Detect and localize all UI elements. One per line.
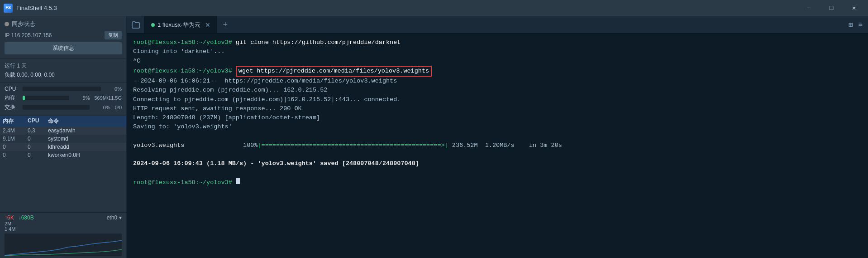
sync-label: 同步状态: [12, 20, 35, 28]
app-title: FinalShell 4.5.3: [16, 5, 57, 11]
memory-pct: 5%: [72, 95, 90, 101]
sysinfo-button[interactable]: 系统信息: [5, 42, 122, 54]
minimize-button[interactable]: −: [798, 2, 819, 15]
process-table: 内存 CPU 命令 2.4M 0.3 easydarwin 9.1M 0 sys…: [0, 116, 126, 212]
swap-metric-row: 交换 0% 0/0: [5, 103, 122, 111]
terminal-blank: [133, 169, 862, 178]
proc-header-cpu: CPU: [28, 117, 48, 125]
terminal-line: Connecting to pjreddie.com (pjreddie.com…: [133, 95, 862, 104]
terminal-line: 2024-09-06 16:09:43 (1.18 MB/s) - 'yolov…: [133, 159, 862, 168]
ip-address: IP 116.205.107.156: [5, 32, 52, 39]
metrics-section: CPU 0% 内存 5% 569M/11.5G 交换: [0, 83, 126, 116]
view-controls: ⊞ ≡: [843, 16, 868, 33]
tab-flexusx[interactable]: 1 flexusx-华为云 ✕: [145, 16, 217, 33]
terminal-progress-line: yolov3.weights 100%[====================…: [133, 141, 862, 150]
copy-ip-button[interactable]: 复制: [105, 31, 122, 39]
memory-label: 内存: [5, 94, 20, 102]
maximize-button[interactable]: □: [821, 2, 842, 15]
terminal-blank: [133, 132, 862, 141]
tab-close-icon[interactable]: ✕: [205, 21, 210, 29]
terminal-line: Resolving pjreddie.com (pjreddie.com)...…: [133, 86, 862, 95]
network-labels: 2M 1.4M: [5, 221, 122, 232]
terminal-line: ^C: [133, 57, 862, 66]
list-item: 0 0 kthreadd: [0, 143, 126, 151]
grid-view-button[interactable]: ⊞: [847, 19, 855, 30]
tabbar: 1 flexusx-华为云 ✕ + ⊞ ≡: [127, 16, 868, 34]
terminal-scroll: root@flexusx-1a58:~/yolov3# git clone ht…: [133, 38, 862, 253]
runtime-label: 运行 1 天: [5, 62, 122, 70]
cpu-pct: 0%: [104, 86, 122, 92]
tab-spacer: [234, 16, 843, 33]
terminal-cursor: [236, 178, 240, 184]
terminal-line: --2024-09-06 16:06:21-- https://pjreddie…: [133, 77, 862, 86]
memory-bar-bg: [23, 96, 69, 100]
net-download-speed: ↓680B: [19, 214, 34, 221]
runtime-section: 运行 1 天 负载 0.00, 0.00, 0.00: [0, 58, 126, 83]
terminal[interactable]: root@flexusx-1a58:~/yolov3# git clone ht…: [127, 34, 868, 258]
swap-label: 交换: [5, 103, 20, 111]
tab-label: 1 flexusx-华为云: [157, 21, 200, 29]
titlebar-left: FS FinalShell 4.5.3: [4, 4, 57, 13]
swap-pct: 0%: [92, 105, 110, 110]
list-item: 0 0 kworker/0:0H: [0, 151, 126, 159]
close-button[interactable]: ✕: [844, 2, 864, 15]
terminal-line: root@flexusx-1a58:~/yolov3# wget https:/…: [133, 66, 862, 77]
chevron-down-icon: ▾: [119, 214, 122, 221]
sync-status-dot: [5, 22, 9, 26]
terminal-prompt-line: root@flexusx-1a58:~/yolov3#: [133, 178, 862, 187]
proc-header-mem: 内存: [3, 117, 28, 125]
process-header: 内存 CPU 命令: [0, 116, 126, 127]
titlebar: FS FinalShell 4.5.3 − □ ✕: [0, 0, 868, 16]
network-interface[interactable]: eth0 ▾: [107, 214, 122, 221]
memory-extra: 569M/11.5G: [94, 95, 122, 101]
terminal-blank: [133, 150, 862, 159]
sidebar: 同步状态 IP 116.205.107.156 复制 系统信息 运行 1 天 负…: [0, 16, 127, 258]
cpu-bar-bg: [23, 87, 101, 91]
ip-row: IP 116.205.107.156 复制: [5, 31, 122, 39]
list-item: 9.1M 0 systemd: [0, 135, 126, 143]
load-label: 负载 0.00, 0.00, 0.00: [5, 71, 122, 79]
network-chart: [5, 234, 122, 256]
swap-extra: 0/0: [115, 105, 122, 110]
process-list: 2.4M 0.3 easydarwin 9.1M 0 systemd 0 0 k…: [0, 127, 126, 212]
main-layout: 同步状态 IP 116.205.107.156 复制 系统信息 运行 1 天 负…: [0, 16, 868, 258]
terminal-line: HTTP request sent, awaiting response... …: [133, 104, 862, 113]
titlebar-controls: − □ ✕: [798, 2, 864, 15]
folder-icon[interactable]: [127, 16, 145, 33]
network-speeds: ↑6K ↓680B: [5, 214, 34, 221]
net-upload-speed: ↑6K: [5, 214, 14, 221]
terminal-line: Length: 248007048 (237M) [application/oc…: [133, 113, 862, 122]
list-view-button[interactable]: ≡: [856, 20, 864, 30]
memory-metric-row: 内存 5% 569M/11.5G: [5, 94, 122, 102]
cpu-label: CPU: [5, 86, 20, 92]
cpu-metric-row: CPU 0%: [5, 86, 122, 92]
highlighted-command: wget https://pjreddie.com/media/files/yo…: [236, 66, 432, 77]
terminal-line: Cloning into 'darknet'...: [133, 47, 862, 56]
network-row: ↑6K ↓680B eth0 ▾: [5, 214, 122, 221]
proc-header-cmd: 命令: [48, 117, 124, 125]
memory-bar-fill: [23, 96, 25, 100]
terminal-line: Saving to: 'yolov3.weights': [133, 122, 862, 131]
sync-row: 同步状态: [5, 20, 122, 28]
terminal-line: root@flexusx-1a58:~/yolov3# git clone ht…: [133, 38, 862, 47]
tab-add-button[interactable]: +: [217, 16, 234, 33]
right-panel: 1 flexusx-华为云 ✕ + ⊞ ≡ root@flexusx-1a58:…: [127, 16, 868, 258]
list-item: 2.4M 0.3 easydarwin: [0, 127, 126, 135]
tab-active-dot: [151, 23, 155, 27]
app-icon: FS: [4, 4, 13, 13]
sidebar-top: 同步状态 IP 116.205.107.156 复制 系统信息: [0, 16, 126, 58]
swap-bar-bg: [23, 105, 90, 110]
network-section: ↑6K ↓680B eth0 ▾ 2M 1.4M: [0, 212, 126, 258]
